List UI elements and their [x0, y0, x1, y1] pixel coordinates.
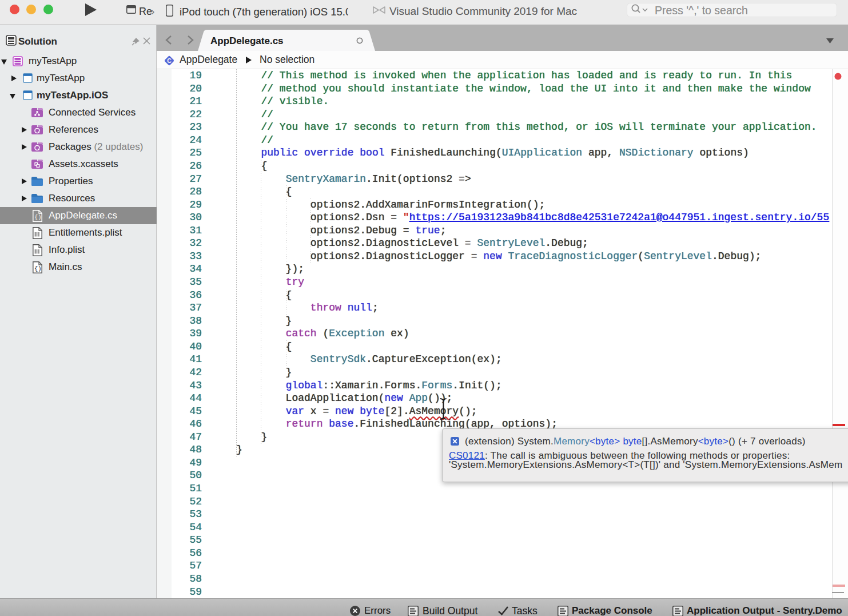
svg-text:C: C [167, 57, 172, 64]
svg-text:{): {) [34, 265, 42, 272]
svg-text:AppDelegate.cs: AppDelegate.cs [210, 35, 284, 46]
svg-text:{): {) [34, 214, 42, 221]
